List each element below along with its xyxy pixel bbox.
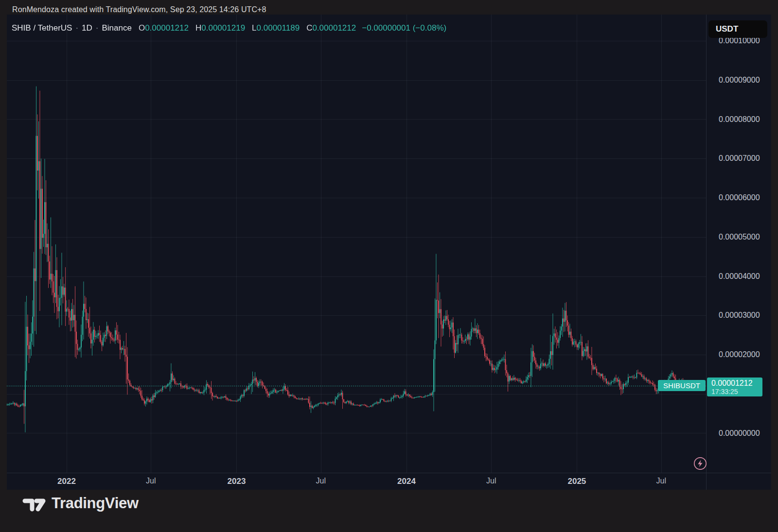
time-axis-label: 2022	[57, 477, 76, 486]
interval-label[interactable]: 1D	[82, 23, 92, 33]
tradingview-logo-text: TradingView	[52, 495, 139, 512]
price-axis-label: 0.00003000	[719, 311, 760, 320]
time-axis[interactable]: 2022Jul2023Jul2024Jul2025Jul	[7, 473, 771, 490]
time-axis-label: 2025	[567, 477, 586, 486]
candlestick-canvas[interactable]	[7, 15, 706, 473]
ohlc-close: C0.00001212	[306, 23, 356, 33]
lightning-button[interactable]	[692, 456, 708, 471]
time-axis-label: Jul	[146, 477, 156, 485]
legend-separator: ·	[75, 23, 78, 33]
legend-separator: ·	[96, 23, 99, 33]
exchange-label[interactable]: Binance	[102, 23, 131, 33]
ohlc-high: H0.00001219	[195, 23, 245, 33]
time-axis-label: 2023	[228, 477, 246, 486]
price-axis[interactable]: 0.000100000.000090000.000080000.00007000…	[707, 15, 771, 490]
price-axis-label: 0.00000000	[719, 429, 760, 438]
chart-widget: SHIB / TetherUS·1D·BinanceO0.00001212H0.…	[7, 15, 771, 490]
time-axis-label: Jul	[656, 477, 666, 485]
countdown-timer: 17:33:25	[711, 388, 762, 395]
time-axis-label: 2024	[397, 477, 416, 486]
tradingview-logo-icon	[22, 495, 46, 512]
tradingview-logo[interactable]: TradingView	[22, 493, 139, 514]
attribution-bar: RonMendoza created with TradingView.com,…	[12, 5, 266, 14]
change-label: −0.00000001 (−0.08%)	[362, 23, 446, 33]
price-axis-label: 0.00009000	[719, 76, 760, 85]
ohlc-open: O0.00001212	[139, 23, 189, 33]
ohlc-low: L0.00001189	[252, 23, 300, 33]
symbol-price-tag: SHIBUSDT	[658, 380, 706, 391]
lightning-icon	[692, 456, 708, 471]
symbol-title[interactable]: SHIB / TetherUS	[12, 23, 72, 33]
time-axis-label: Jul	[486, 477, 496, 485]
price-axis-label: 0.00005000	[719, 233, 760, 241]
price-axis-label: 0.00008000	[719, 115, 760, 124]
time-axis-label: Jul	[316, 477, 326, 485]
price-axis-label: 0.00002000	[719, 350, 760, 359]
page: { "attribution": "RonMendoza created wit…	[0, 0, 778, 532]
price-axis-label: 0.00007000	[719, 154, 760, 163]
symbol-legend: SHIB / TetherUS·1D·BinanceO0.00001212H0.…	[12, 23, 446, 33]
last-price-tag: 0.00001212 17:33:25	[707, 378, 762, 396]
price-axis-label: 0.00004000	[719, 272, 760, 281]
currency-button[interactable]: USDT	[708, 20, 767, 38]
price-axis-label: 0.00006000	[719, 193, 760, 202]
last-price-value: 0.00001212	[711, 378, 762, 388]
